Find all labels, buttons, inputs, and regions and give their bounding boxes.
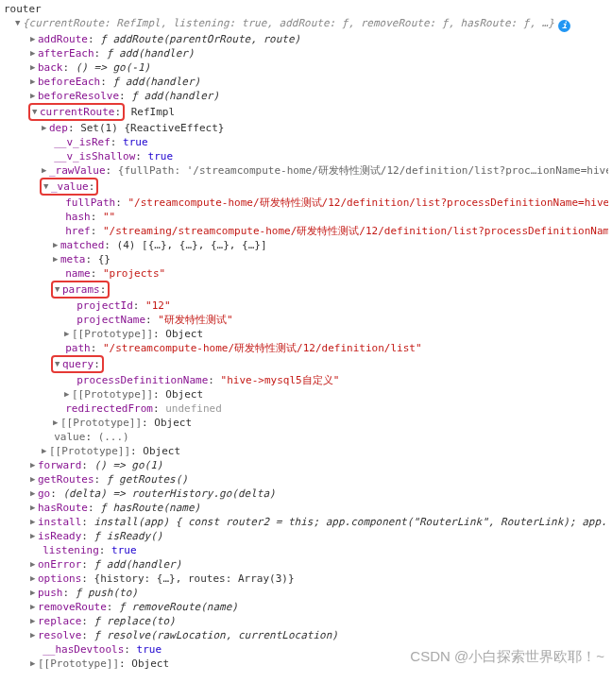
expand-icon[interactable] (30, 46, 38, 60)
expand-icon[interactable] (53, 416, 60, 430)
expand-icon[interactable] (30, 572, 38, 586)
prop-onError[interactable]: onError: ƒ add(handler) (4, 557, 608, 572)
expand-icon[interactable] (55, 357, 62, 371)
prop-isRef: __v_isRef: true (4, 135, 608, 149)
expand-icon[interactable] (30, 600, 38, 614)
prop-resolve[interactable]: resolve: ƒ resolve(rawLocation, currentL… (4, 628, 608, 642)
expand-icon[interactable] (30, 628, 38, 642)
prop-redirectedFrom: redirectedFrom: undefined (4, 401, 608, 416)
expand-icon[interactable] (64, 387, 72, 401)
prop-install[interactable]: install: install(app) { const router2 = … (4, 515, 608, 529)
info-icon[interactable]: i (558, 20, 570, 32)
expand-icon[interactable] (64, 327, 72, 341)
prop-prototype[interactable]: [[Prototype]]: Object (4, 327, 608, 341)
expand-icon[interactable] (43, 179, 51, 194)
expand-icon[interactable] (30, 60, 38, 75)
expand-icon[interactable] (30, 557, 38, 572)
prop-prototype[interactable]: [[Prototype]]: Object (4, 657, 608, 671)
prop-hasDevtools: __hasDevtools: true (4, 642, 608, 657)
expand-icon[interactable] (42, 121, 49, 135)
prop-push[interactable]: push: ƒ push(to) (4, 586, 608, 600)
prop-processDefinitionName: processDefinitionName: "hive->mysql5自定义" (4, 373, 608, 387)
prop-name: name: "projects" (4, 266, 608, 281)
prop-value[interactable]: _value: (4, 178, 608, 196)
prop-params[interactable]: params: (4, 281, 608, 299)
prop-go[interactable]: go: (delta) => routerHistory.go(delta) (4, 487, 608, 501)
expand-icon[interactable] (30, 32, 38, 46)
prop-replace[interactable]: replace: ƒ replace(to) (4, 614, 608, 628)
prop-dep[interactable]: dep: Set(1) {ReactiveEffect} (4, 121, 608, 135)
expand-icon[interactable] (15, 16, 23, 30)
expand-icon[interactable] (30, 657, 38, 671)
expand-icon[interactable] (55, 282, 62, 297)
expand-icon[interactable] (42, 163, 49, 178)
prop-back[interactable]: back: () => go(-1) (4, 60, 608, 75)
prop-options[interactable]: options: {history: {…}, routes: Array(3)… (4, 572, 608, 586)
expand-icon[interactable] (30, 586, 38, 600)
prop-fullPath: fullPath: "/streamcompute-home/研发特性测试/12… (4, 196, 608, 210)
prop-meta[interactable]: meta: {} (4, 252, 608, 266)
prop-query[interactable]: query: (4, 355, 608, 373)
expand-icon[interactable] (30, 515, 38, 529)
expand-icon[interactable] (30, 458, 38, 472)
prop-addRoute[interactable]: addRoute: ƒ addRoute(parentOrRoute, rout… (4, 32, 608, 46)
prop-currentRoute[interactable]: currentRoute: RefImpl (4, 103, 608, 121)
prop-hash: hash: "" (4, 210, 608, 224)
prop-rawValue[interactable]: _rawValue: {fullPath: '/streamcompute-ho… (4, 163, 608, 178)
prop-href: href: "/streaming/streamcompute-home/研发特… (4, 224, 608, 238)
expand-icon[interactable] (53, 252, 60, 266)
expand-icon[interactable] (30, 75, 38, 89)
prop-path: path: "/streamcompute-home/研发特性测试/12/def… (4, 341, 608, 355)
expand-icon[interactable] (30, 89, 38, 103)
prop-beforeResolve[interactable]: beforeResolve: ƒ add(handler) (4, 89, 608, 103)
prop-isShallow: __v_isShallow: true (4, 149, 608, 163)
prop-prototype[interactable]: [[Prototype]]: Object (4, 387, 608, 401)
expand-icon[interactable] (30, 614, 38, 628)
expand-icon[interactable] (53, 238, 60, 252)
expand-icon[interactable] (30, 487, 38, 501)
expand-icon[interactable] (42, 444, 49, 458)
prop-listening: listening: true (4, 543, 608, 557)
prop-hasRoute[interactable]: hasRoute: ƒ hasRoute(name) (4, 501, 608, 515)
prop-isReady[interactable]: isReady: ƒ isReady() (4, 529, 608, 543)
expand-icon[interactable] (30, 472, 38, 487)
prop-prototype[interactable]: [[Prototype]]: Object (4, 444, 608, 458)
object-preview[interactable]: {currentRoute: RefImpl, listening: true,… (4, 16, 608, 32)
prop-beforeEach[interactable]: beforeEach: ƒ add(handler) (4, 75, 608, 89)
prop-matched[interactable]: matched: (4) [{…}, {…}, {…}, {…}] (4, 238, 608, 252)
expand-icon[interactable] (32, 105, 40, 119)
prop-prototype[interactable]: [[Prototype]]: Object (4, 416, 608, 430)
expand-icon[interactable] (30, 529, 38, 543)
prop-forward[interactable]: forward: () => go(1) (4, 458, 608, 472)
prop-afterEach[interactable]: afterEach: ƒ add(handler) (4, 46, 608, 60)
prop-getRoutes[interactable]: getRoutes: ƒ getRoutes() (4, 472, 608, 487)
prop-projectName: projectName: "研发特性测试" (4, 313, 608, 327)
prop-projectId: projectId: "12" (4, 299, 608, 313)
expand-icon[interactable] (30, 501, 38, 515)
prop-removeRoute[interactable]: removeRoute: ƒ removeRoute(name) (4, 600, 608, 614)
root-label[interactable]: router (4, 2, 608, 16)
prop-value-getter[interactable]: value: (...) (4, 430, 608, 444)
